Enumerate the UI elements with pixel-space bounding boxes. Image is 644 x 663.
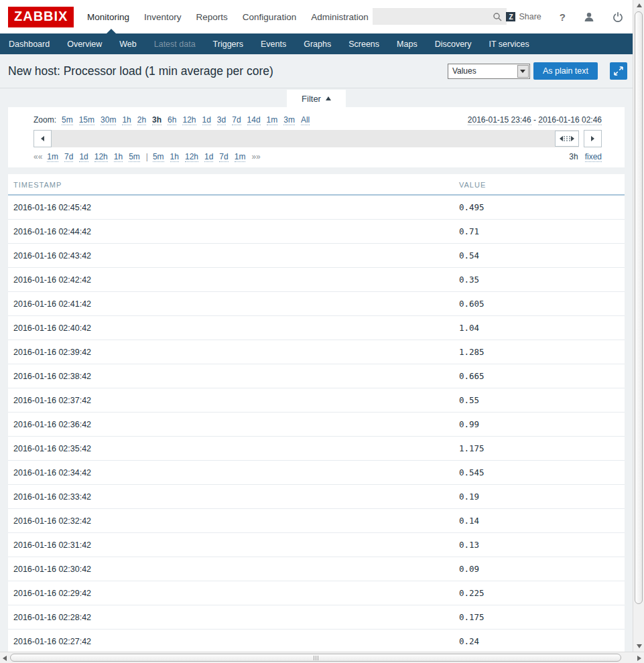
zoom-link-14d[interactable]: 14d <box>247 115 261 125</box>
scroll-left-arrow-icon[interactable] <box>3 656 7 661</box>
timeline-handle[interactable] <box>555 131 579 147</box>
date-from-link[interactable]: 2016-01-15 23:46 <box>468 115 531 125</box>
value-cell: 1.285 <box>454 340 625 364</box>
subnav-it-services[interactable]: IT services <box>480 40 538 49</box>
scroll-down-arrow-icon[interactable] <box>637 644 642 648</box>
zoom-link-30m[interactable]: 30m <box>101 115 116 125</box>
timeframe-back-link-12h[interactable]: 12h <box>94 152 108 162</box>
nav-administration[interactable]: Administration <box>304 12 376 22</box>
timeline-right-button[interactable] <box>584 130 602 147</box>
timeframe-fwd-link-7d[interactable]: 7d <box>219 152 228 162</box>
select-dropdown-button[interactable] <box>517 65 529 78</box>
table-row: 2016-01-16 02:27:420.24 <box>8 630 625 652</box>
value-cell: 0.665 <box>454 364 625 388</box>
search-input[interactable] <box>373 8 493 25</box>
nav-reports[interactable]: Reports <box>189 12 235 22</box>
timestamp-cell: 2016-01-16 02:39:42 <box>8 340 454 364</box>
nav-configuration[interactable]: Configuration <box>235 12 304 22</box>
zoom-link-1d[interactable]: 1d <box>202 115 211 125</box>
table-row: 2016-01-16 02:43:420.54 <box>8 244 625 268</box>
timestamp-cell: 2016-01-16 02:34:42 <box>8 461 454 485</box>
table-row: 2016-01-16 02:31:420.13 <box>8 533 625 557</box>
zoom-row: Zoom: 5m15m30m1h2h3h6h12h1d3d7d14d1m3mAl… <box>34 115 602 125</box>
view-as-select[interactable]: Values <box>448 64 530 79</box>
chevron-down-icon <box>520 70 525 73</box>
scroll-right-arrow-icon[interactable] <box>637 656 641 661</box>
as-plain-text-button[interactable]: As plain text <box>533 62 598 80</box>
zoom-link-3h[interactable]: 3h <box>152 115 162 125</box>
zoom-link-3m[interactable]: 3m <box>283 115 295 125</box>
timeframe-back-link-7d[interactable]: 7d <box>64 152 73 162</box>
zoom-link-5m[interactable]: 5m <box>62 115 73 125</box>
main-nav: MonitoringInventoryReportsConfigurationA… <box>80 0 376 33</box>
subnav-screens[interactable]: Screens <box>340 40 388 49</box>
zoom-link-6h[interactable]: 6h <box>168 115 176 125</box>
subnav-maps[interactable]: Maps <box>388 40 426 49</box>
table-row: 2016-01-16 02:38:420.665 <box>8 364 625 388</box>
timeframe-fwd-link-1h[interactable]: 1h <box>170 152 179 162</box>
zoom-link-all[interactable]: All <box>301 115 310 125</box>
subnav-overview[interactable]: Overview <box>58 40 111 49</box>
table-row: 2016-01-16 02:32:420.14 <box>8 509 625 533</box>
view-as-value: Values <box>452 66 476 76</box>
table-row: 2016-01-16 02:37:420.55 <box>8 388 625 413</box>
profile-button[interactable] <box>584 12 594 22</box>
timeframe-back-link-1d[interactable]: 1d <box>79 152 88 162</box>
zoom-link-12h[interactable]: 12h <box>182 115 196 125</box>
fullscreen-button[interactable] <box>610 62 627 80</box>
vertical-scrollbar-thumb[interactable] <box>635 11 643 604</box>
timeframe-fwd-link-1d[interactable]: 1d <box>204 152 213 162</box>
zoom-link-7d[interactable]: 7d <box>232 115 241 125</box>
horizontal-scrollbar[interactable] <box>0 652 644 663</box>
help-button[interactable]: ? <box>560 11 566 23</box>
timeline-track[interactable] <box>52 130 579 147</box>
date-to-link[interactable]: 2016-01-16 02:46 <box>538 115 602 125</box>
zabbix-share-icon: Z <box>506 12 515 21</box>
arrow-right-icon <box>571 136 574 141</box>
table-row: 2016-01-16 02:29:420.225 <box>8 581 625 605</box>
table-row: 2016-01-16 02:36:420.99 <box>8 413 625 437</box>
scroll-up-arrow-icon[interactable] <box>637 3 642 7</box>
timeline-left-button[interactable] <box>34 130 52 147</box>
table-row: 2016-01-16 02:41:420.605 <box>8 292 625 316</box>
zoom-link-15m[interactable]: 15m <box>79 115 94 125</box>
table-row: 2016-01-16 02:39:421.285 <box>8 340 625 364</box>
logout-button[interactable] <box>613 11 623 22</box>
timeframe-back-link-1h[interactable]: 1h <box>114 152 123 162</box>
table-row: 2016-01-16 02:44:420.71 <box>8 220 625 244</box>
zoom-link-1h[interactable]: 1h <box>122 115 131 125</box>
value-cell: 0.55 <box>454 388 625 413</box>
table-row: 2016-01-16 02:35:421.175 <box>8 437 625 461</box>
subnav-triggers[interactable]: Triggers <box>204 40 252 49</box>
horizontal-scrollbar-thumb[interactable] <box>10 654 621 662</box>
subnav-dashboard[interactable]: Dashboard <box>0 40 58 49</box>
subnav-graphs[interactable]: Graphs <box>295 40 340 49</box>
timeframe-fwd-link-12h[interactable]: 12h <box>185 152 198 162</box>
vertical-scrollbar[interactable] <box>633 0 644 652</box>
nav-inventory[interactable]: Inventory <box>137 12 189 22</box>
timeframe-fwd-link-5m[interactable]: 5m <box>153 152 164 162</box>
subnav-discovery[interactable]: Discovery <box>426 40 480 49</box>
value-cell: 0.605 <box>454 292 625 316</box>
zoom-link-1m[interactable]: 1m <box>267 115 278 125</box>
share-button[interactable]: Z Share <box>506 12 541 21</box>
timeframe-fwd-link-1m[interactable]: 1m <box>235 152 246 162</box>
value-cell: 0.545 <box>454 461 625 485</box>
subnav-latest-data[interactable]: Latest data <box>145 40 204 49</box>
share-label: Share <box>519 12 541 21</box>
history-table: TIMESTAMP VALUE 2016-01-16 02:45:420.495… <box>8 174 625 652</box>
subnav-web[interactable]: Web <box>111 40 145 49</box>
timeframe-back-link-5m[interactable]: 5m <box>129 152 140 162</box>
sub-nav: DashboardOverviewWebLatest dataTriggersE… <box>0 33 633 54</box>
zoom-link-3d[interactable]: 3d <box>217 115 226 125</box>
fixed-link[interactable]: fixed <box>585 152 602 162</box>
value-cell: 0.99 <box>454 413 625 437</box>
subnav-events[interactable]: Events <box>252 40 295 49</box>
column-header-value: VALUE <box>454 174 625 195</box>
value-cell: 0.24 <box>454 630 625 652</box>
filter-tab[interactable]: Filter <box>287 90 346 107</box>
timeframe-back-link-1m[interactable]: 1m <box>47 152 58 162</box>
zoom-link-2h[interactable]: 2h <box>137 115 146 125</box>
table-row: 2016-01-16 02:45:420.495 <box>8 195 625 220</box>
nav-monitoring[interactable]: Monitoring <box>80 12 137 22</box>
